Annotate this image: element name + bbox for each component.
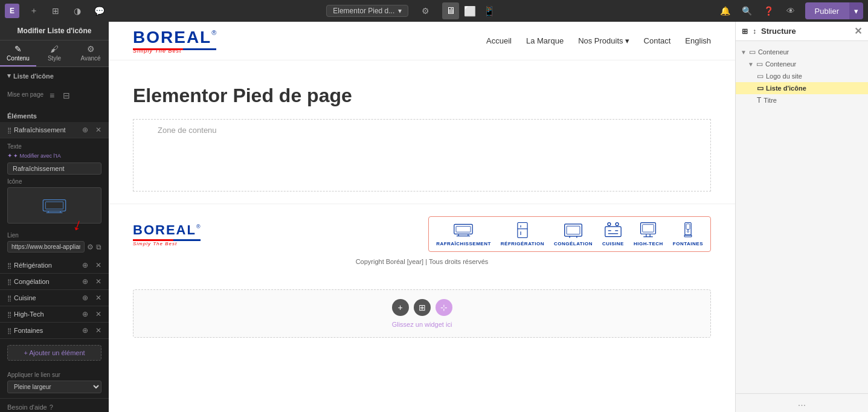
grid-icon[interactable]: ⊞: [48, 4, 63, 18]
footer-label-fontaines: FONTAINES: [673, 241, 703, 246]
tree-label-0: Conteneur: [758, 48, 789, 56]
drop-add-button[interactable]: +: [392, 299, 409, 316]
nav-marque[interactable]: La Marque: [526, 36, 564, 45]
footer-icon-hightech[interactable]: HIGH-TECH: [634, 222, 663, 246]
svg-rect-5: [454, 224, 472, 234]
element-congelation[interactable]: ⣿ Congélation ⊕ ✕: [0, 274, 109, 290]
dup-cui-button[interactable]: ⊕: [80, 292, 91, 303]
tree-conteneur-1[interactable]: ▼ ▭ Conteneur: [736, 58, 868, 70]
nav-produits[interactable]: Nos Produits ▾: [578, 36, 629, 45]
svg-rect-29: [685, 222, 691, 235]
dup-ht-button[interactable]: ⊕: [80, 309, 91, 320]
link-open-button[interactable]: ⧉: [96, 243, 101, 251]
rem-fon-button[interactable]: ✕: [93, 325, 104, 336]
footer-icon-refrigeration[interactable]: RÉFRIGÉRATION: [501, 222, 544, 246]
device-icons: 🖥 ⬜ 📱: [442, 2, 498, 19]
dup-ref-button[interactable]: ⊕: [80, 260, 91, 271]
rem-con-button[interactable]: ✕: [93, 276, 104, 287]
page-title-area: Elementor Pied de page: [109, 60, 735, 119]
icone-label: Icône: [7, 178, 101, 185]
footer-icon-congelation[interactable]: CONGÉLATION: [554, 222, 593, 246]
element-hightech[interactable]: ⣿ High-Tech ⊕ ✕: [0, 306, 109, 323]
tree-conteneur-0[interactable]: ▼ ▭ Conteneur: [736, 46, 868, 58]
link-input[interactable]: [7, 241, 85, 253]
layout-row: Mise en page ≡ ⊟: [7, 89, 101, 101]
nav-english[interactable]: English: [685, 36, 711, 45]
content-tab-icon: ✎: [14, 44, 22, 54]
list-view-button[interactable]: ≡: [46, 89, 58, 101]
apply-link-select[interactable]: Pleine largeur: [7, 381, 101, 393]
dup-fon-button[interactable]: ⊕: [80, 325, 91, 336]
rem-ht-button[interactable]: ✕: [93, 309, 104, 320]
right-panel-header-left: ⊞ ↕ Structure: [742, 27, 796, 36]
style-tab-label: Style: [48, 55, 61, 62]
right-panel-close[interactable]: ✕: [854, 25, 862, 37]
tab-advanced[interactable]: ⚙ Avancé: [72, 40, 109, 66]
footer-label-rafraichissement: RAFRAÎCHISSEMENT: [436, 241, 491, 246]
help-section[interactable]: Besoin d'aide ?: [0, 398, 109, 412]
tab-style[interactable]: 🖌 Style: [36, 40, 72, 66]
tree-liste-icone[interactable]: ▭ Liste d'icône: [736, 82, 868, 94]
texte-value[interactable]: Rafraîchissement: [7, 163, 101, 175]
tree-logo[interactable]: ▭ Logo du site: [736, 70, 868, 82]
nav-accueil[interactable]: Accueil: [486, 36, 512, 45]
publish-arrow-button[interactable]: ▾: [849, 2, 863, 19]
element-cuisine-actions: ⊕ ✕: [80, 292, 104, 303]
add-element-button[interactable]: + Ajouter un élément: [7, 345, 101, 361]
element-rafraichissement-name: ⣿ Rafraîchissement: [7, 126, 66, 134]
tablet-icon[interactable]: ⬜: [461, 2, 478, 19]
top-bar: E ＋ ⊞ ◑ 💬 Elementor Pied d... ▾ ⚙ 🖥 ⬜ 📱 …: [0, 0, 868, 22]
chat-icon[interactable]: 💬: [92, 4, 106, 18]
dup-con-button[interactable]: ⊕: [80, 276, 91, 287]
remove-element-button[interactable]: ✕: [93, 124, 104, 135]
rem-cui-button[interactable]: ✕: [93, 292, 104, 303]
search-icon[interactable]: 🔍: [740, 4, 754, 18]
history-icon[interactable]: ◑: [70, 4, 85, 18]
mobile-icon[interactable]: 📱: [481, 2, 498, 19]
drag-icon3: ⣿: [7, 295, 11, 301]
preview-label[interactable]: Elementor Pied d... ▾: [326, 5, 408, 17]
footer-icon-rafraichissement[interactable]: RAFRAÎCHISSEMENT: [436, 222, 491, 246]
publish-button[interactable]: Publier: [805, 2, 849, 19]
widget-drop-zone[interactable]: + ⊞ ⊹ Glissez un widget ici: [133, 289, 711, 338]
section-collapse-arrow[interactable]: ▾: [7, 72, 11, 80]
elementor-logo[interactable]: E: [5, 4, 19, 18]
link-settings-button[interactable]: ⚙: [87, 243, 94, 251]
right-panel-footer[interactable]: ...: [736, 393, 868, 412]
element-rafraichissement[interactable]: ⣿ Rafraîchissement ⊕ ✕: [0, 122, 109, 138]
top-bar-center: Elementor Pied d... ▾ ⚙ 🖥 ⬜ 📱: [326, 2, 498, 19]
element-congelation-actions: ⊕ ✕: [80, 276, 104, 287]
tree-titre[interactable]: T Titre: [736, 94, 868, 106]
element-cuisine[interactable]: ⣿ Cuisine ⊕ ✕: [0, 290, 109, 306]
tab-content[interactable]: ✎ Contenu: [0, 40, 36, 66]
right-panel-icon: ⊞: [742, 27, 748, 36]
svg-rect-0: [43, 200, 65, 211]
element-hightech-actions: ⊕ ✕: [80, 309, 104, 320]
settings-icon[interactable]: ⚙: [418, 4, 432, 18]
eye-icon[interactable]: 👁: [783, 4, 798, 18]
element-refrigeration[interactable]: ⣿ Réfrigération ⊕ ✕: [0, 257, 109, 274]
drop-move-button[interactable]: ⊹: [436, 299, 452, 316]
desktop-icon[interactable]: 🖥: [442, 2, 459, 19]
drop-folder-button[interactable]: ⊞: [414, 299, 431, 316]
help-icon[interactable]: ❓: [762, 4, 776, 18]
element-fontaines-actions: ⊕ ✕: [80, 325, 104, 336]
footer-icon-cuisine[interactable]: CUISINE: [602, 222, 624, 246]
element-fontaines[interactable]: ⣿ Fontaines ⊕ ✕: [0, 323, 109, 339]
duplicate-element-button[interactable]: ⊕: [80, 124, 91, 135]
panel-header: Modifier Liste d'icône: [0, 22, 109, 40]
layout-label: Mise en page: [7, 91, 43, 98]
grid-view-button[interactable]: ⊟: [60, 89, 72, 101]
logo-tagline: Simply The Best: [133, 48, 182, 54]
footer-label-hightech: HIGH-TECH: [634, 241, 663, 246]
add-icon[interactable]: ＋: [27, 4, 41, 18]
nav-contact[interactable]: Contact: [644, 36, 671, 45]
bell-icon[interactable]: 🔔: [718, 4, 733, 18]
icon-preview[interactable]: [7, 187, 101, 224]
tree-icon-1: ▭: [756, 60, 763, 68]
drop-text: Glissez un widget ici: [392, 321, 452, 328]
ai-modifier-button[interactable]: ✦ ✦ Modifier avec l'IA: [7, 152, 61, 159]
footer-icon-fontaines[interactable]: FONTAINES: [673, 222, 703, 246]
rem-ref-button[interactable]: ✕: [93, 260, 104, 271]
page-wrapper: BOREAL ® Simply The Best Accueil La Marq…: [109, 22, 735, 412]
